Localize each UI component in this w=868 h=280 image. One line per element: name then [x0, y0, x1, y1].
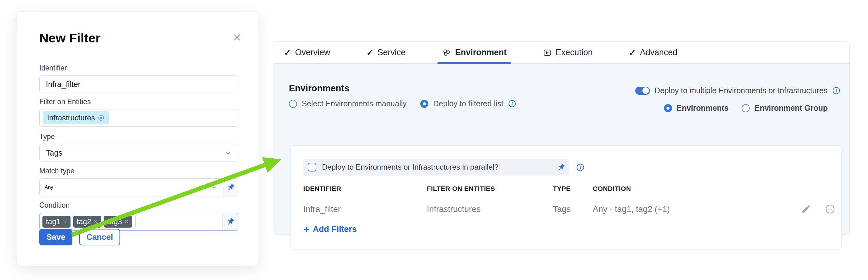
- cell-condition: Any - tag1, tag2 (+1): [593, 205, 670, 214]
- multi-env-toggle-row: Deploy to multiple Environments or Infra…: [635, 86, 841, 95]
- add-filters-button[interactable]: + Add Filters: [303, 224, 356, 235]
- condition-label: Condition: [39, 201, 238, 210]
- match-type-label: Match type: [39, 167, 238, 175]
- info-icon[interactable]: [832, 86, 841, 95]
- tab-label: Overview: [295, 48, 331, 57]
- pin-icon: [225, 181, 237, 193]
- col-condition: CONDITION: [593, 185, 631, 193]
- toggle-on[interactable]: [635, 87, 650, 95]
- cancel-button[interactable]: Cancel: [79, 229, 120, 245]
- radio-on-icon[interactable]: [420, 100, 428, 108]
- close-icon[interactable]: ✕: [232, 32, 242, 43]
- environments-heading: Environments: [289, 83, 349, 94]
- modal-title: New Filter: [39, 31, 100, 45]
- parallel-checkbox[interactable]: [308, 163, 316, 172]
- pin-button[interactable]: [223, 213, 238, 230]
- identifier-label: Identifier: [39, 64, 238, 72]
- radio-environments[interactable]: Environments: [664, 104, 729, 112]
- tab-execution[interactable]: Execution: [541, 42, 595, 63]
- radio-label: Environment Group: [754, 104, 828, 112]
- cell-identifier: Infra_filter: [303, 205, 341, 214]
- parallel-checkbox-label: Deploy to Environments or Infrastructure…: [322, 163, 499, 172]
- tab-label: Execution: [556, 48, 593, 57]
- info-icon[interactable]: [508, 100, 516, 108]
- tab-service[interactable]: ✓ Service: [365, 42, 407, 63]
- text-cursor: [135, 216, 136, 227]
- edit-pencil-icon[interactable]: [801, 204, 811, 214]
- filter-on-entities-label: Filter on Entities: [39, 98, 238, 106]
- tab-advanced[interactable]: ✓ Advanced: [627, 42, 679, 63]
- col-identifier: IDENTIFIER: [303, 185, 341, 193]
- radio-off-icon[interactable]: [289, 100, 297, 108]
- tag-chip-label: tag2: [77, 217, 91, 226]
- remove-tag-icon[interactable]: ×: [124, 218, 128, 225]
- remove-tag-icon[interactable]: ×: [63, 218, 67, 225]
- check-icon: ✓: [284, 48, 291, 58]
- identifier-value: Infra_filter: [46, 80, 81, 89]
- stage-tabbar: ✓ Overview ✓ Service Environment Executi…: [273, 42, 849, 64]
- radio-off-icon[interactable]: [742, 104, 750, 112]
- check-icon: ✓: [629, 48, 636, 58]
- condition-input[interactable]: tag1 × tag2 × tag3 ×: [39, 213, 238, 231]
- match-type-select[interactable]: Any: [39, 178, 238, 197]
- radio-select-manually[interactable]: Select Environments manually: [289, 99, 407, 108]
- filters-card: Deploy to Environments or Infrastructure…: [290, 145, 842, 250]
- tab-label: Environment: [455, 48, 507, 57]
- environment-mode-options: Select Environments manually Deploy to f…: [289, 99, 516, 108]
- tab-overview[interactable]: ✓ Overview: [282, 42, 332, 63]
- identifier-input[interactable]: Infra_filter: [39, 75, 238, 93]
- filter-on-entities-input[interactable]: Infrastructures: [39, 109, 238, 127]
- col-type: TYPE: [553, 185, 571, 193]
- pin-icon: [555, 161, 567, 173]
- plus-icon: +: [303, 224, 309, 235]
- info-icon[interactable]: [576, 163, 585, 172]
- parallel-checkbox-bar: Deploy to Environments or Infrastructure…: [303, 159, 569, 176]
- radio-label: Select Environments manually: [302, 99, 407, 108]
- pin-icon: [224, 216, 236, 228]
- save-button[interactable]: Save: [39, 229, 72, 245]
- tag-chip-label: tag3: [107, 217, 122, 226]
- chevron-down-icon: [210, 184, 218, 191]
- add-filters-label: Add Filters: [313, 224, 356, 234]
- pipeline-stage-panel: ✓ Overview ✓ Service Environment Executi…: [273, 41, 849, 235]
- new-filter-modal: New Filter ✕ Identifier Infra_filter Fil…: [17, 11, 258, 266]
- environment-scope-options: Environments Environment Group: [664, 104, 828, 112]
- cell-filter-on-entities: Infrastructures: [427, 205, 481, 214]
- radio-deploy-filtered[interactable]: Deploy to filtered list: [420, 99, 516, 108]
- radio-label: Environments: [677, 104, 729, 112]
- radio-on-icon[interactable]: [664, 104, 672, 112]
- tab-label: Service: [377, 48, 406, 57]
- toggle-knob: [643, 87, 649, 94]
- pin-button[interactable]: [223, 179, 238, 196]
- check-icon: ✓: [366, 48, 373, 58]
- tab-label: Advanced: [640, 48, 677, 57]
- environment-tab-content: Environments Select Environments manuall…: [273, 64, 849, 235]
- tab-environment[interactable]: Environment: [440, 42, 508, 63]
- pin-button[interactable]: [553, 163, 569, 172]
- remove-minus-circle-icon[interactable]: [825, 204, 835, 214]
- tag-chip[interactable]: tag1 ×: [42, 216, 70, 228]
- cell-type: Tags: [553, 205, 571, 214]
- match-type-value: Any: [44, 184, 53, 190]
- tag-chip[interactable]: tag3 ×: [104, 216, 132, 228]
- chevron-down-icon: [224, 149, 232, 156]
- play-box-icon: [543, 48, 552, 57]
- tag-chip[interactable]: tag2 ×: [73, 216, 101, 228]
- entity-chip[interactable]: Infrastructures: [43, 111, 109, 125]
- type-select[interactable]: Tags: [39, 144, 238, 162]
- type-label: Type: [39, 133, 238, 141]
- type-value: Tags: [46, 148, 62, 158]
- col-filter-on-entities: FILTER ON ENTITIES: [427, 185, 495, 193]
- radio-environment-group[interactable]: Environment Group: [742, 104, 828, 112]
- circle-x-icon[interactable]: [98, 114, 104, 121]
- remove-tag-icon[interactable]: ×: [94, 218, 98, 225]
- tag-chip-label: tag1: [46, 217, 61, 226]
- entity-chip-label: Infrastructures: [47, 113, 95, 122]
- radio-label: Deploy to filtered list: [433, 99, 503, 108]
- hexagons-icon: [442, 48, 451, 57]
- toggle-label: Deploy to multiple Environments or Infra…: [655, 86, 828, 95]
